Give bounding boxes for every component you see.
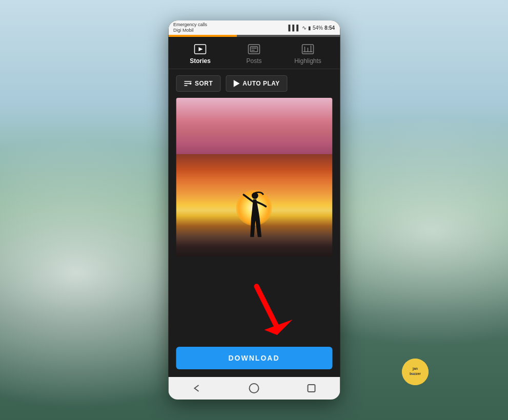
back-icon: [192, 383, 202, 393]
battery-icon: ▮: [308, 25, 311, 31]
tab-posts[interactable]: Posts: [227, 43, 281, 65]
recents-button[interactable]: [303, 381, 319, 396]
time-display: 8:54: [324, 25, 335, 31]
phone-frame: Emergency calls Digi Mobil ▌▌▌ ∿ ▮ 54% 8…: [168, 20, 340, 400]
highlights-icon: [301, 43, 315, 55]
posts-icon: [247, 43, 261, 55]
sort-label: SORT: [195, 80, 213, 87]
tab-navigation: Stories Posts: [168, 37, 340, 69]
svg-point-16: [252, 193, 258, 199]
app-content: Stories Posts: [168, 35, 340, 377]
svg-marker-15: [233, 80, 239, 87]
watermark: jan buzzer: [402, 359, 429, 385]
status-bar: Emergency calls Digi Mobil ▌▌▌ ∿ ▮ 54% 8…: [168, 20, 340, 35]
posts-label: Posts: [246, 57, 261, 65]
svg-rect-3: [251, 47, 258, 52]
svg-marker-1: [199, 47, 203, 51]
stories-label: Stories: [190, 57, 211, 65]
controls-row: SORT AUTO PLAY: [168, 69, 340, 98]
highlights-label: Highlights: [294, 57, 321, 65]
tab-stories[interactable]: Stories: [173, 43, 227, 65]
recents-icon: [307, 384, 316, 393]
svg-point-19: [249, 384, 258, 393]
watermark-icon: jan buzzer: [402, 359, 429, 385]
home-button[interactable]: [246, 381, 261, 396]
stories-icon: [193, 43, 208, 55]
wifi-icon: ∿: [302, 25, 307, 31]
autoplay-button[interactable]: AUTO PLAY: [226, 75, 288, 92]
status-icons: ▌▌▌ ∿ ▮ 54% 8:54: [289, 25, 335, 31]
back-button[interactable]: [189, 381, 205, 396]
media-top-gradient: [176, 98, 332, 154]
svg-text:buzzer: buzzer: [410, 372, 421, 375]
person-silhouette: [239, 190, 270, 246]
svg-point-14: [189, 82, 191, 85]
play-icon: [233, 80, 239, 87]
download-button[interactable]: DOWNLOAD: [176, 347, 332, 369]
media-sunset-image: [176, 154, 332, 257]
sort-button[interactable]: SORT: [176, 75, 220, 92]
carrier-info: Emergency calls Digi Mobil: [173, 22, 207, 33]
network-name: Digi Mobil: [173, 28, 207, 33]
nav-bar: [168, 377, 340, 400]
svg-rect-20: [308, 385, 315, 392]
autoplay-label: AUTO PLAY: [242, 80, 280, 87]
emergency-text: Emergency calls: [173, 22, 207, 28]
home-icon: [248, 383, 259, 394]
signal-icon: ▌▌▌: [289, 25, 300, 31]
media-container: [176, 98, 332, 343]
svg-text:jan: jan: [412, 367, 418, 371]
tab-highlights[interactable]: Highlights: [281, 43, 335, 65]
battery-percent: 54%: [313, 25, 323, 31]
sort-icon: [184, 80, 192, 87]
